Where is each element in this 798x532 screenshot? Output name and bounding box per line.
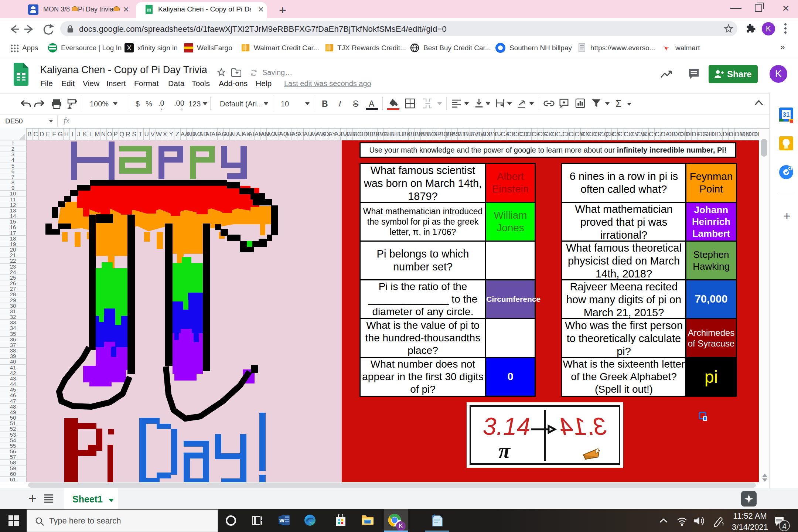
svg-text:31: 31	[783, 111, 790, 118]
svg-text:3.14: 3.14	[560, 413, 607, 440]
svg-text:π: π	[498, 439, 511, 463]
svg-text:W: W	[279, 517, 285, 524]
svg-text:3.14: 3.14	[483, 413, 530, 440]
